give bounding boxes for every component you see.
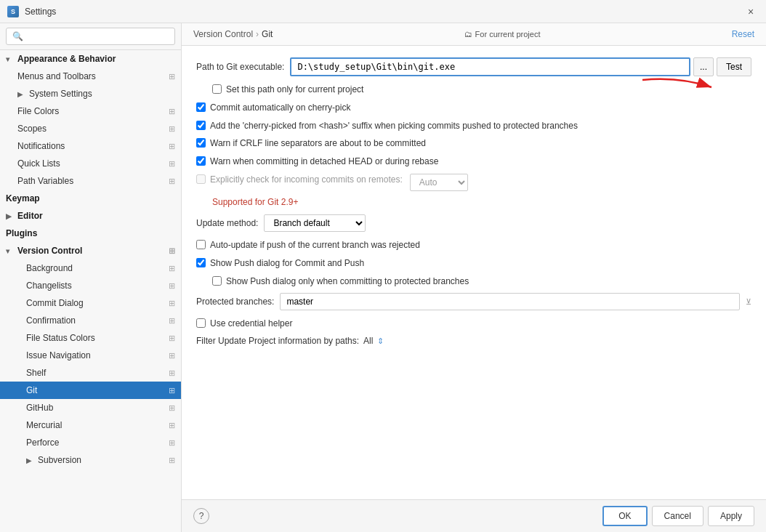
page-icon: ⊞ [169,264,175,273]
sidebar-item-plugins[interactable]: Plugins [0,225,181,242]
page-icon: ⊞ [169,124,175,134]
set-path-checkbox[interactable] [212,84,222,94]
sidebar-item-background[interactable]: Background ⊞ [0,259,181,277]
project-icon: 🗂 [464,30,472,39]
sidebar-item-confirmation[interactable]: Confirmation ⊞ [0,312,181,329]
sidebar: ▾ Appearance & Behavior Menus and Toolba… [0,23,182,532]
sidebar-label: GitHub [26,403,53,413]
sidebar-item-issue-navigation[interactable]: Issue Navigation ⊞ [0,347,181,364]
auto-update-checkbox[interactable] [196,240,206,249]
cherry-suffix-label: Add the 'cherry-picked from <hash>' suff… [210,120,578,132]
credential-checkbox[interactable] [196,318,206,328]
bottom-bar: ? OK Cancel Apply [182,499,766,532]
update-method-row: Update method: Branch default Merge Reba… [196,214,751,232]
warn-crlf-checkbox[interactable] [196,138,206,148]
sidebar-label: Mercurial [26,420,62,430]
check-incoming-checkbox[interactable] [196,174,206,184]
right-panel: Version Control › Git 🗂 For current proj… [182,23,766,532]
cancel-button[interactable]: Cancel [652,506,703,526]
warn-detached-checkbox[interactable] [196,156,206,166]
cherry-pick-row: Commit automatically on cherry-pick [196,102,751,114]
page-icon: ⊞ [169,159,175,169]
browse-button[interactable]: ... [693,57,714,76]
cherry-pick-checkbox[interactable] [196,102,206,112]
sidebar-item-mercurial[interactable]: Mercurial ⊞ [0,416,181,434]
reset-button[interactable]: Reset [732,29,754,39]
breadcrumb-current: Git [262,29,273,39]
sidebar-label: Perforce [26,438,59,448]
sidebar-item-version-control[interactable]: ▾ Version Control ⊞ [0,242,181,259]
breadcrumb-parent: Version Control [193,29,253,39]
sidebar-label: File Colors [17,106,59,116]
sidebar-item-editor[interactable]: ▶ Editor [0,207,181,225]
for-current-project: 🗂 For current project [464,30,541,39]
path-label: Path to Git executable: [196,62,284,72]
expand-arrow: ▾ [6,247,15,255]
credential-label: Use credential helper [210,318,292,330]
cherry-suffix-row: Add the 'cherry-picked from <hash>' suff… [196,120,751,132]
filter-arrow-icon[interactable]: ⇕ [377,336,384,346]
sidebar-item-menus-toolbars[interactable]: Menus and Toolbars ⊞ [0,68,181,85]
sidebar-item-perforce[interactable]: Perforce ⊞ [0,434,181,451]
page-icon: ⊞ [169,403,175,413]
for-current-project-label: For current project [475,30,541,39]
check-incoming-label: Explicitly check for incoming commits on… [210,174,403,186]
sidebar-item-file-status-colors[interactable]: File Status Colors ⊞ [0,329,181,347]
page-icon: ⊞ [169,421,175,430]
search-box [0,23,181,50]
sidebar-item-file-colors[interactable]: File Colors ⊞ [0,102,181,120]
close-button[interactable]: × [743,4,759,20]
sidebar-item-appearance[interactable]: ▾ Appearance & Behavior [0,50,181,68]
search-input[interactable] [6,28,175,45]
path-input[interactable] [290,57,690,76]
protected-branches-input[interactable] [280,293,740,310]
page-icon: ⊞ [169,456,175,465]
show-push-checkbox[interactable] [196,258,206,267]
show-push-row: Show Push dialog for Commit and Push [196,257,751,270]
sidebar-label: Editor [17,211,43,221]
sidebar-item-path-variables[interactable]: Path Variables ⊞ [0,172,181,190]
filter-value: All [363,336,373,346]
sidebar-label: Subversion [38,455,81,465]
window-title: Settings [25,7,56,17]
page-icon: ⊞ [169,142,175,151]
test-button[interactable]: Test [717,57,751,76]
sidebar-label: Menus and Toolbars [17,71,96,81]
warn-detached-label: Warn when committing in detached HEAD or… [210,156,438,168]
sidebar-item-shelf[interactable]: Shelf ⊞ [0,364,181,382]
sidebar-item-quick-lists[interactable]: Quick Lists ⊞ [0,155,181,172]
sidebar-item-system-settings[interactable]: ▶ System Settings [0,85,181,102]
breadcrumb-bar: Version Control › Git 🗂 For current proj… [182,23,766,46]
cherry-suffix-checkbox[interactable] [196,121,206,130]
sidebar-item-git[interactable]: Git ⊞ [0,382,181,399]
sidebar-item-changelists[interactable]: Changelists ⊞ [0,277,181,294]
expand-icon[interactable]: ⊻ [746,297,751,307]
page-icon: ⊞ [169,246,175,256]
page-icon: ⊞ [169,107,175,116]
detached-row: Warn when committing in detached HEAD or… [196,156,751,168]
sidebar-item-notifications[interactable]: Notifications ⊞ [0,137,181,155]
update-method-select[interactable]: Branch default Merge Rebase [264,214,366,232]
expand-arrow: ▶ [17,90,26,98]
set-path-row: Set this path only for current project [196,84,751,96]
sidebar-item-scopes[interactable]: Scopes ⊞ [0,120,181,137]
help-button[interactable]: ? [193,508,209,524]
breadcrumb: Version Control › Git [193,29,273,39]
sidebar-label: Plugins [6,228,37,238]
sidebar-item-keymap[interactable]: Keymap [0,190,181,207]
expand-arrow: ▶ [26,456,35,464]
incoming-select[interactable]: Auto [410,174,468,191]
update-method-label: Update method: [196,218,258,228]
sidebar-item-commit-dialog[interactable]: Commit Dialog ⊞ [0,294,181,312]
credential-row: Use credential helper [196,318,751,330]
right-panel-wrapper: Version Control › Git 🗂 For current proj… [182,23,766,532]
sidebar-item-subversion[interactable]: ▶ Subversion ⊞ [0,451,181,469]
sidebar-label: Scopes [17,124,47,134]
page-icon: ⊞ [169,386,175,395]
sidebar-item-github[interactable]: GitHub ⊞ [0,399,181,416]
apply-button[interactable]: Apply [708,506,754,526]
sidebar-label: Notifications [17,141,65,151]
page-icon: ⊞ [169,368,175,378]
push-protected-checkbox[interactable] [212,276,222,286]
ok-button[interactable]: OK [602,506,647,526]
